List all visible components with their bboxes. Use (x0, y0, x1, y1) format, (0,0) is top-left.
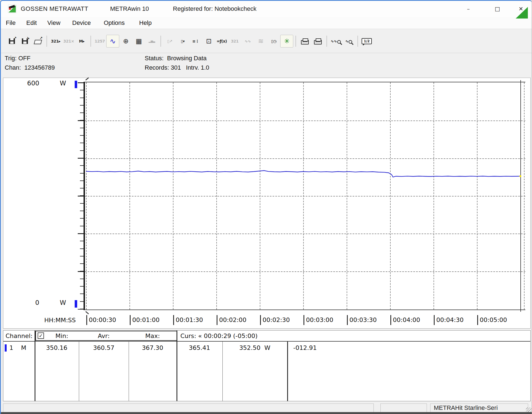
print-icon (314, 40, 322, 44)
zoom-in-icon: ∿ (345, 39, 348, 43)
save-import-button[interactable]: ↘ (18, 35, 31, 48)
row-cursor2-value: 352.50 W (222, 344, 287, 351)
open-file-icon (34, 40, 42, 44)
channel-color-marker-bottom[interactable] (75, 300, 77, 308)
header-avr: Avr: (79, 332, 129, 339)
debug-bug-icon: ✳ (284, 37, 290, 45)
monitor-icon: ⊡ (206, 37, 212, 45)
menu-bar: FileEditViewDeviceOptionsHelp (1, 17, 532, 29)
numeric-display-button: 1257 (93, 35, 106, 48)
x-tick-mark (347, 315, 348, 325)
zoom-out-button[interactable]: ∿∿ (329, 35, 342, 48)
maximize-button[interactable]: □ (489, 3, 505, 15)
data-table-button[interactable]: ▦ (132, 35, 145, 48)
device-config-321-button: 321 (228, 35, 241, 48)
device-config-321-icon: 321 (231, 39, 239, 43)
wave-dense-icon: ≋ (258, 37, 264, 45)
x-tick-mark (173, 315, 174, 325)
y-axis-min-label: 0 (20, 299, 39, 306)
header-cursor: Curs: « 00:00:29 (-05:00) (180, 332, 258, 339)
menu-item-help[interactable]: Help (139, 19, 152, 27)
records-label: Records: 301 Intrv. 1.0 (145, 64, 209, 71)
formula-icon: =ƒ(x) (217, 39, 227, 43)
row-min-value: 350.16 (35, 344, 79, 351)
yt-chart-icon: ∿ (110, 37, 116, 45)
menu-item-file[interactable]: File (6, 19, 15, 27)
arrow-overlay-icon: ↘ (27, 36, 30, 40)
menu-item-view[interactable]: View (47, 19, 60, 27)
cursor-handle-bottom-left[interactable] (85, 311, 89, 314)
open-file-button[interactable]: ↗ (31, 35, 44, 48)
plot-area[interactable] (85, 82, 525, 310)
menu-item-device[interactable]: Device (72, 19, 91, 27)
y-axis-major-ticks (78, 82, 84, 310)
app-window: GOSSEN METRAWATT METRAwin 10 Registered … (0, 0, 532, 414)
x-tick-mark (86, 315, 87, 325)
yt-chart-button[interactable]: ∿ (106, 35, 119, 48)
x-axis-title: HH:MM:SS (44, 317, 76, 324)
title-bar: GOSSEN METRAWATT METRAwin 10 Registered … (1, 1, 532, 17)
disconnect-device-321-icon: 321× (63, 39, 74, 43)
menu-item-options[interactable]: Options (104, 19, 125, 27)
x-axis-row: HH:MM:SS 00:00:3000:01:0000:01:3000:02:0… (3, 315, 530, 327)
minimize-button[interactable]: – (460, 3, 476, 15)
device-clock-icon: ▯◷ (271, 39, 276, 43)
save-export-button[interactable]: ↗ (5, 35, 18, 48)
channel-visible-checkbox[interactable]: ✓ (38, 332, 44, 339)
trig-value: OFF (18, 55, 30, 62)
read-device-321-button[interactable]: 321▸ (49, 35, 62, 48)
device-clock-button[interactable]: ▯◷ (267, 35, 280, 48)
wave-compare-icon: ∿∿ (245, 39, 251, 43)
channel-setup-button[interactable]: ≡⋮ (189, 35, 202, 48)
x-tick-label: 00:00:30 (86, 315, 116, 325)
formula-button[interactable]: =ƒ(x) (215, 35, 228, 48)
row-cursor2-unit: W (264, 344, 271, 351)
interval-label: Intrv. (186, 64, 199, 71)
records-value: 301 (171, 64, 181, 71)
x-tick-mark (260, 315, 261, 325)
connection-triangle-icon (516, 7, 528, 19)
channel-setup-icon: ≡⋮ (192, 39, 199, 43)
channel-color-marker-top[interactable] (75, 81, 77, 88)
disconnect-device-321-button: 321× (62, 35, 75, 48)
print-preview-button[interactable] (298, 35, 311, 48)
x-tick-mark (434, 315, 435, 325)
annotation-button[interactable]: 1/2 (360, 35, 373, 48)
x-tick-label: 00:03:00 (303, 315, 333, 325)
arrow-overlay-icon: ↗ (40, 36, 43, 40)
power-line-series (85, 82, 525, 310)
chan-value: 123456789 (24, 64, 55, 71)
app-logo-icon (8, 5, 16, 13)
device-name-text: METRAHit Starline-Seri (434, 404, 498, 412)
status-value: Browsing Data (167, 55, 207, 62)
x-tick-mark (130, 315, 131, 325)
data-table-icon: ▦ (136, 37, 142, 45)
monitor-button[interactable]: ⊡ (202, 35, 215, 48)
toolbar-separator (357, 36, 358, 47)
interval-value: 1.0 (201, 64, 209, 71)
device-store-button[interactable]: ▯▾ (176, 35, 189, 48)
print-button[interactable] (311, 35, 324, 48)
zoom-out-icon (337, 40, 341, 44)
row-delta-value: -012.91 (293, 344, 317, 351)
row-channel-mode: M (21, 344, 26, 351)
read-device-321-icon: 321▸ (51, 39, 60, 43)
xy-chart-button[interactable]: ⊕ (119, 35, 132, 48)
cursor-handle-top-left[interactable] (85, 77, 89, 80)
read-device-m-button[interactable]: M▸ (75, 35, 88, 48)
numeric-display-icon: 1257 (95, 39, 105, 43)
toolbar-separator (160, 36, 161, 47)
toolbar-separator (46, 36, 47, 47)
x-tick-label: 00:04:30 (434, 315, 464, 325)
zoom-in-button[interactable]: ∿ (342, 35, 355, 48)
menu-item-edit[interactable]: Edit (26, 19, 37, 27)
x-tick-label: 00:01:00 (130, 315, 160, 325)
cursor2-intersection-dot (520, 175, 521, 177)
status-bar: METRAHit Starline-Seri (1, 403, 532, 413)
debug-bug-button[interactable]: ✳ (280, 35, 293, 48)
x-tick-label: 00:04:00 (390, 315, 420, 325)
row-avr-value: 360.57 (79, 344, 129, 351)
row-channel-number[interactable]: 1 (9, 344, 13, 351)
app-title: METRAwin 10 (110, 5, 149, 12)
status-panel: Trig: OFF Chan: 123456789 Status: Browsi… (1, 53, 532, 77)
